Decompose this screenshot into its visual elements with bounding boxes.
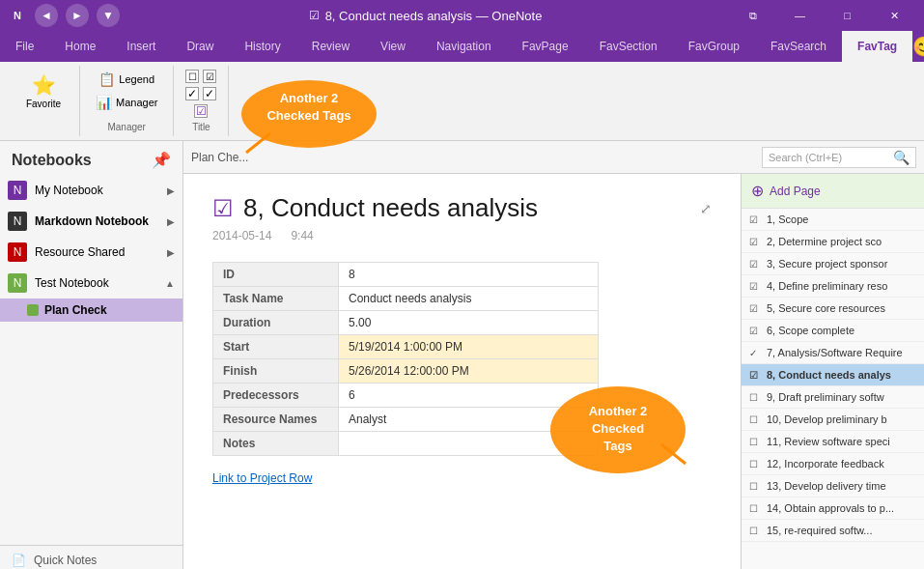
page-date: 2014-05-14	[212, 229, 271, 242]
page-title-row: ☑ 8, Conduct needs analysis ⤢	[212, 193, 712, 223]
forward-button[interactable]: ►	[66, 4, 89, 27]
checkbox-checked-1[interactable]: ✓	[185, 87, 199, 100]
sidebar-footer: 📄 Quick Notes	[0, 545, 182, 569]
notebook-markdown[interactable]: N Markdown Notebook ▶	[0, 206, 182, 237]
content-body: ☑ 8, Conduct needs analysis ⤢ 2014-05-14…	[183, 174, 924, 569]
tab-favgroup[interactable]: FavGroup	[673, 31, 755, 62]
tab-favsearch[interactable]: FavSearch	[755, 31, 842, 62]
table-cell-label: Duration	[213, 311, 339, 335]
tab-home[interactable]: Home	[49, 31, 111, 62]
checkbox-row-2: ✓ ✓	[185, 87, 216, 100]
checkbox-1[interactable]: ☐	[185, 70, 199, 83]
page-title-check-icon: ☑	[212, 195, 234, 222]
notebook-my[interactable]: N My Notebook ▶	[0, 175, 182, 206]
tab-draw[interactable]: Draw	[171, 31, 229, 62]
table-row: Resource NamesAnalyst	[213, 408, 599, 432]
notebook-icon-my: N	[8, 181, 27, 200]
manager-label: Manager	[116, 97, 157, 108]
search-icon[interactable]: 🔍	[893, 150, 910, 165]
page-item[interactable]: ☑5, Secure core resources	[742, 298, 924, 320]
table-cell-value: Analyst	[339, 408, 599, 432]
page-item[interactable]: ☑2, Determine project sco	[742, 231, 924, 253]
notebook-test[interactable]: N Test Notebook ▲	[0, 268, 182, 299]
section-dot	[27, 304, 39, 316]
page-item[interactable]: ☐10, Develop preliminary b	[742, 409, 924, 431]
table-row: Finish5/26/2014 12:00:00 PM	[213, 359, 599, 384]
tab-favtag[interactable]: FavTag	[842, 31, 912, 62]
page-item-label: 2, Determine project sco	[767, 236, 882, 247]
pin-icon[interactable]: 📌	[152, 151, 171, 169]
table-cell-label: Resource Names	[213, 408, 339, 432]
back-button[interactable]: ◄	[35, 4, 58, 27]
tab-navigation[interactable]: Navigation	[421, 31, 507, 62]
page-time: 9:44	[291, 229, 313, 242]
tab-view[interactable]: View	[365, 31, 421, 62]
title-group-label: Title	[192, 122, 210, 132]
section-plancheck[interactable]: Plan Check	[0, 299, 182, 322]
search-box[interactable]: Search (Ctrl+E) 🔍	[762, 147, 916, 168]
manager-button[interactable]: 📊 Manager	[92, 93, 161, 112]
page-item[interactable]: ☐9, Draft preliminary softw	[742, 386, 924, 409]
tab-review[interactable]: Review	[296, 31, 365, 62]
page-item-label: 1, Scope	[767, 213, 808, 225]
main-layout: Notebooks 📌 N My Notebook ▶ N Markdown N…	[0, 141, 924, 569]
ribbon-group-manager: 📋 Legend 📊 Manager Manager	[80, 66, 174, 136]
checkbox-checked-2[interactable]: ✓	[203, 87, 216, 100]
page-item[interactable]: ☑8, Conduct needs analys	[742, 364, 924, 386]
add-page-button[interactable]: ⊕ Add Page	[742, 174, 924, 209]
page-item-label: 12, Incorporate feedback	[767, 458, 884, 469]
page-item[interactable]: ☐11, Review software speci	[742, 431, 924, 453]
table-cell-value: 5.00	[339, 311, 599, 335]
add-page-label: Add Page	[770, 185, 821, 198]
chevron-markdown: ▶	[167, 216, 175, 227]
page-item[interactable]: ☑3, Secure project sponsor	[742, 253, 924, 275]
smiley-icon[interactable]: 😊	[912, 35, 924, 58]
tab-favsection[interactable]: FavSection	[584, 31, 673, 62]
checkbox-row-3: ☑	[194, 104, 208, 118]
table-cell-label: ID	[213, 263, 339, 287]
table-cell-label: Task Name	[213, 287, 339, 311]
tab-file[interactable]: File	[0, 31, 49, 62]
notebook-resource[interactable]: N Resource Shared ▶	[0, 237, 182, 268]
page-item[interactable]: ☐14, Obtain approvals to p...	[742, 498, 924, 520]
favorite-button[interactable]: ⭐ Favorite	[19, 70, 68, 113]
checkbox-2[interactable]: ☑	[203, 70, 216, 83]
page-item[interactable]: ✓7, Analysis/Software Require	[742, 342, 924, 364]
page-item[interactable]: ☐12, Incorporate feedback	[742, 453, 924, 475]
page-item-label: 7, Analysis/Software Require	[767, 347, 903, 358]
table-cell-label: Start	[213, 335, 339, 359]
dropdown-button[interactable]: ▼	[97, 4, 120, 27]
page-content: ☑ 8, Conduct needs analysis ⤢ 2014-05-14…	[183, 174, 741, 569]
title-bar: N ◄ ► ▼ ☑ 8, Conduct needs analysis — On…	[0, 0, 924, 31]
page-item-label: 3, Secure project sponsor	[767, 258, 887, 270]
manager-buttons: 📋 Legend	[95, 70, 158, 89]
page-panel: ⊕ Add Page ☑1, Scope☑2, Determine projec…	[741, 174, 924, 569]
notebooks-title: Notebooks	[12, 152, 92, 169]
page-item-label: 15, re-required softw...	[767, 525, 872, 536]
page-item[interactable]: ☑6, Scope complete	[742, 320, 924, 342]
page-item[interactable]: ☐13, Develop delivery time	[742, 475, 924, 498]
legend-button[interactable]: 📋 Legend	[95, 70, 158, 89]
minimize-button[interactable]: —	[778, 0, 822, 31]
page-check-icon: ☐	[749, 437, 763, 447]
tab-insert[interactable]: Insert	[111, 31, 171, 62]
maximize-button[interactable]: □	[826, 0, 869, 31]
page-check-icon: ☑	[749, 281, 763, 292]
table-cell-label: Finish	[213, 359, 339, 384]
table-cell-value: Conduct needs analysis	[339, 287, 599, 311]
page-item[interactable]: ☐15, re-required softw...	[742, 520, 924, 542]
page-item[interactable]: ☑4, Define preliminary reso	[742, 275, 924, 298]
add-page-plus-icon: ⊕	[751, 182, 764, 200]
close-button[interactable]: ✕	[873, 0, 916, 31]
page-item[interactable]: ☑1, Scope	[742, 209, 924, 231]
expand-icon[interactable]: ⤢	[700, 201, 712, 216]
link-to-project[interactable]: Link to Project Row	[212, 471, 712, 485]
tab-favpage[interactable]: FavPage	[507, 31, 584, 62]
legend-icon: 📋	[98, 71, 115, 87]
favorite-label: Favorite	[26, 99, 61, 109]
checkbox-special[interactable]: ☑	[194, 104, 208, 118]
restore-button[interactable]: ⧉	[731, 0, 774, 31]
quick-notes-button[interactable]: 📄 Quick Notes	[0, 546, 182, 569]
tab-history[interactable]: History	[229, 31, 295, 62]
page-check-icon: ☑	[749, 237, 763, 247]
